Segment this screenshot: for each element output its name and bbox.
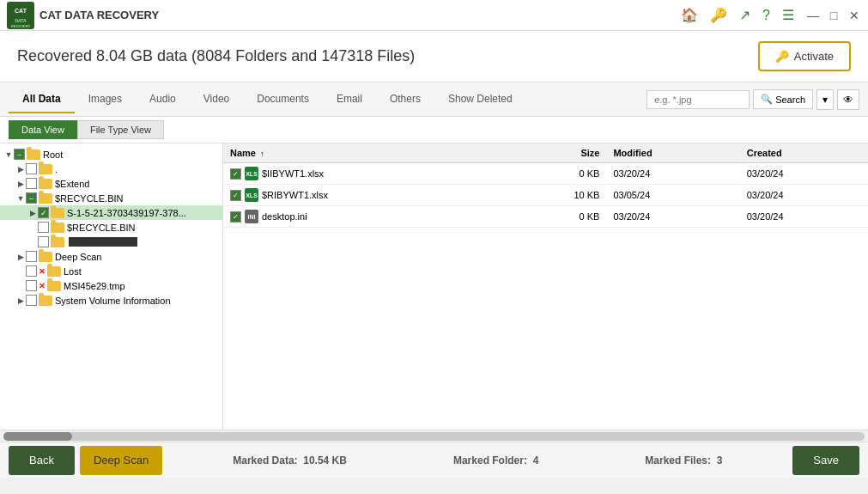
folder-icon-sysvolinfo (39, 296, 52, 306)
file-size-cell: 0 KB (507, 206, 607, 228)
marked-files-item: Marked Files: 3 (645, 454, 722, 467)
tree-item-recycle2[interactable]: ▶ $RECYCLE.BIN (0, 220, 222, 235)
app-logo-icon: CAT DATA RECOVERY (7, 2, 34, 29)
folder-icon-sid (51, 208, 64, 218)
file-table: Name ↑ Size Modified Created (223, 143, 868, 228)
h-scrollbar-track[interactable] (3, 432, 865, 441)
menu-icon[interactable]: ☰ (782, 7, 794, 23)
checkbox-recycle1[interactable]: – (26, 192, 37, 204)
tab-show-deleted[interactable]: Show Deleted (434, 86, 526, 113)
eye-button[interactable]: 👁 (837, 89, 859, 110)
col-header-created[interactable]: Created (740, 143, 868, 163)
file-modified-cell: 03/05/24 (606, 185, 739, 206)
tab-images[interactable]: Images (75, 86, 136, 113)
key-icon[interactable]: 🔑 (710, 7, 727, 23)
minimize-button[interactable]: — (806, 9, 820, 22)
expand-icon-recycle1[interactable]: ▼ (15, 193, 26, 204)
activate-button[interactable]: 🔑 Activate (758, 41, 851, 71)
svg-text:RECOVERY: RECOVERY (11, 24, 31, 27)
col-header-modified[interactable]: Modified (606, 143, 739, 163)
checkbox-msi[interactable] (26, 280, 37, 291)
checkbox-sysvolinfo[interactable] (26, 295, 37, 306)
file-name-label: $RIBYWT1.xlsx (262, 190, 328, 200)
tab-all-data[interactable]: All Data (9, 86, 75, 113)
arrow-icon[interactable]: ↗ (739, 7, 750, 23)
tree-item-lost[interactable]: ▶ ✕ Lost (0, 264, 222, 278)
expand-icon-sysvolinfo[interactable]: ▶ (15, 296, 26, 306)
tree-label-msi: MSI45e29.tmp (64, 281, 125, 291)
file-name-label: $IIBYWT1.xlsx (262, 168, 324, 179)
file-checkbox-2[interactable]: ✓ (230, 211, 241, 223)
maximize-button[interactable]: □ (827, 9, 841, 22)
checkbox-recycle2[interactable] (38, 222, 49, 233)
tree-item-deepscan[interactable]: ▶ Deep Scan (0, 249, 222, 264)
expand-icon-deepscan[interactable]: ▶ (15, 252, 26, 262)
title-bar-actions: 🏠 🔑 ↗ ? ☰ — □ ✕ (681, 7, 861, 23)
filter-bar: All Data Images Audio Video Documents Em… (0, 82, 868, 117)
file-checkbox-1[interactable]: ✓ (230, 190, 241, 201)
tab-audio[interactable]: Audio (136, 86, 190, 113)
help-icon[interactable]: ? (762, 8, 770, 23)
file-size-cell: 0 KB (507, 163, 607, 185)
search-button[interactable]: 🔍 Search (753, 89, 813, 109)
data-view-tab[interactable]: Data View (9, 120, 77, 139)
tab-video[interactable]: Video (190, 86, 243, 113)
expand-icon-extend[interactable]: ▶ (15, 179, 26, 189)
save-button[interactable]: Save (792, 446, 859, 475)
tree-label-extend: $Extend (55, 179, 89, 189)
expand-icon-sid[interactable]: ▶ (27, 208, 38, 218)
tab-email[interactable]: Email (323, 86, 376, 113)
expand-icon[interactable]: ▼ (3, 149, 14, 160)
view-toggle: Data View File Type View (0, 117, 868, 143)
redacted-label (69, 237, 137, 247)
h-scrollbar-thumb[interactable] (3, 432, 72, 441)
checkbox-dot[interactable] (26, 163, 37, 174)
back-button[interactable]: Back (9, 446, 75, 475)
col-header-size[interactable]: Size (507, 143, 607, 163)
filter-dropdown[interactable]: ▾ (816, 89, 834, 110)
tree-item-sysvolinfo[interactable]: ▶ System Volume Information (0, 293, 222, 308)
file-name-cell: ✓ XLS $IIBYWT1.xlsx (223, 163, 507, 185)
checkbox-lost[interactable] (26, 265, 37, 277)
file-panel[interactable]: Name ↑ Size Modified Created (223, 143, 868, 430)
marked-data-item: Marked Data: 10.54 KB (233, 454, 347, 467)
file-type-view-tab[interactable]: File Type View (77, 120, 164, 139)
recovered-text: Recovered 8.04 GB data (8084 Folders and… (17, 47, 415, 65)
table-row[interactable]: ✓ XLS $IIBYWT1.xlsx 0 KB 03/20/24 03/20/… (223, 163, 868, 185)
checkbox-deepscan[interactable] (26, 251, 37, 262)
expand-icon-dot[interactable]: ▶ (15, 164, 26, 174)
checkbox-extend[interactable] (26, 178, 37, 189)
file-checkbox-0[interactable]: ✓ (230, 168, 241, 180)
table-row[interactable]: ✓ XLS $RIBYWT1.xlsx 10 KB 03/05/24 03/20… (223, 185, 868, 206)
tree-panel[interactable]: ▼ – Root ▶ . ▶ $Extend ▼ – $RECYCLE (0, 143, 223, 430)
folder-icon-lost (47, 266, 61, 277)
status-bar: Back Deep Scan Marked Data: 10.54 KB Mar… (0, 442, 868, 478)
tree-item-msi[interactable]: ▶ ✕ MSI45e29.tmp (0, 278, 222, 293)
checkbox-root[interactable]: – (14, 149, 25, 160)
key-icon-btn: 🔑 (775, 50, 789, 63)
tree-item-redacted[interactable]: ▶ (0, 235, 222, 249)
close-button[interactable]: ✕ (847, 9, 861, 22)
tree-item-dot[interactable]: ▶ . (0, 162, 222, 176)
svg-text:DATA: DATA (15, 18, 27, 23)
tab-documents[interactable]: Documents (243, 86, 323, 113)
header-bar: Recovered 8.04 GB data (8084 Folders and… (0, 31, 868, 82)
tree-label-sysvolinfo: System Volume Information (55, 296, 171, 306)
col-header-name[interactable]: Name ↑ (223, 143, 507, 163)
file-modified-cell: 03/20/24 (606, 163, 739, 185)
tree-item-sid[interactable]: ▶ ✓ S-1-5-21-3703439197-378... (0, 205, 222, 220)
deep-scan-button[interactable]: Deep Scan (80, 446, 162, 475)
checkbox-sid[interactable]: ✓ (38, 207, 49, 218)
home-icon[interactable]: 🏠 (681, 7, 698, 23)
tab-others[interactable]: Others (376, 86, 434, 113)
tree-item-recycle1[interactable]: ▼ – $RECYCLE.BIN (0, 191, 222, 205)
file-created-cell: 03/20/24 (740, 206, 868, 228)
tree-item-extend[interactable]: ▶ $Extend (0, 176, 222, 191)
search-input[interactable] (646, 90, 750, 109)
table-row[interactable]: ✓ INI desktop.ini 0 KB 03/20/24 03/20/24 (223, 206, 868, 228)
tree-item-root[interactable]: ▼ – Root (0, 147, 222, 162)
file-created-cell: 03/20/24 (740, 163, 868, 185)
sort-arrow-name: ↑ (260, 149, 264, 158)
tree-scrollbar[interactable] (0, 430, 868, 442)
checkbox-redacted[interactable] (38, 236, 49, 247)
